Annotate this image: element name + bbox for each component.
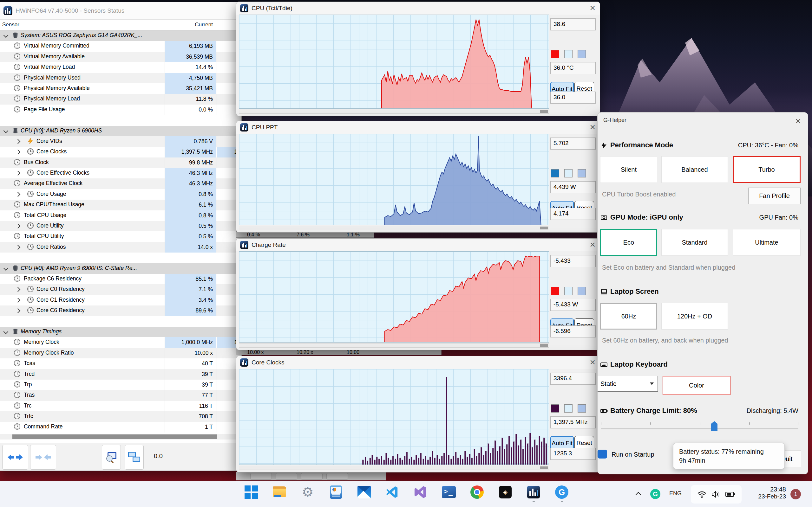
expand-chevron-icon[interactable]: [15, 139, 20, 144]
graph-hscrollbar-thumb[interactable]: [540, 110, 548, 113]
grammarly-tray-icon[interactable]: G: [650, 489, 660, 499]
run-on-startup-checkbox[interactable]: [598, 450, 607, 458]
grid-color-swatch[interactable]: [577, 287, 586, 295]
graph-titlebar[interactable]: CPU (Tctl/Tdie) ×: [236, 2, 600, 14]
series-color-swatch[interactable]: [551, 404, 559, 412]
expand-chevron-icon[interactable]: [15, 308, 20, 314]
column-header-sensor[interactable]: Sensor: [2, 21, 19, 28]
expand-columns-button[interactable]: [2, 445, 28, 469]
sensor-row[interactable]: Core Clocks 1,397.5 MHz 1,: [0, 147, 241, 157]
tray-overflow-chevron-icon[interactable]: [635, 492, 641, 498]
expand-chevron-icon[interactable]: [15, 150, 20, 155]
graph-titlebar[interactable]: Charge Rate ×: [236, 239, 600, 251]
graph-plot[interactable]: [239, 369, 549, 465]
perf-turbo-button[interactable]: Turbo: [733, 156, 801, 183]
perf-silent-button[interactable]: Silent: [600, 156, 657, 183]
battery-limit-slider[interactable]: [601, 428, 798, 429]
sensor-row[interactable]: Trp 39 T: [0, 380, 241, 390]
graph-plot[interactable]: [239, 14, 549, 109]
sensor-row[interactable]: Total CPU Usage 0.8 %: [0, 210, 241, 221]
expand-chevron-icon[interactable]: [15, 287, 20, 292]
graph-close-icon[interactable]: ×: [590, 239, 595, 250]
sensor-row[interactable]: Trcd 39 T: [0, 369, 241, 380]
monitor-search-button[interactable]: [102, 445, 121, 469]
sensor-row[interactable]: Core C6 Residency 89.6 %: [0, 305, 241, 316]
sensor-row[interactable]: Total CPU Utility 0.5 %: [0, 231, 241, 242]
sensor-row[interactable]: Physical Memory Load 11.8 %: [0, 94, 241, 104]
sensor-section-row[interactable]: System: ASUS ROG Zephyrus G14 GA402RK_..…: [0, 31, 241, 41]
sensor-section-row[interactable]: Memory Timings: [0, 327, 241, 337]
sensor-section-row[interactable]: CPU [#0]: AMD Ryzen 9 6900HS: [0, 126, 241, 136]
hwinfo-hscrollbar-thumb[interactable]: [12, 435, 217, 439]
sensor-row[interactable]: Core Effective Clocks 46.3 MHz: [0, 168, 241, 178]
remote-monitors-button[interactable]: [125, 445, 144, 469]
collapse-chevron-icon[interactable]: [3, 266, 9, 271]
ghelper-close-icon[interactable]: ×: [795, 116, 801, 126]
column-header-current[interactable]: Current: [165, 21, 213, 28]
graph-hscrollbar[interactable]: [239, 466, 549, 470]
taskbar-icon-vscode[interactable]: [386, 485, 399, 499]
sensor-row[interactable]: Core Ratios 14.0 x: [0, 242, 241, 252]
graph-hscrollbar-thumb[interactable]: [540, 227, 548, 229]
hwinfo-hscrollbar[interactable]: [0, 434, 241, 440]
taskbar-icon-hwinfo[interactable]: [526, 485, 541, 499]
series-color-swatch[interactable]: [551, 50, 559, 58]
collapse-chevron-icon[interactable]: [3, 33, 9, 38]
graph-close-icon[interactable]: ×: [590, 3, 595, 13]
graph-hscrollbar-thumb[interactable]: [540, 466, 548, 469]
taskbar-icon-file-explorer[interactable]: [272, 485, 287, 499]
sensor-row[interactable]: Core VIDs 0.786 V: [0, 136, 241, 147]
graph-close-icon[interactable]: ×: [590, 122, 595, 132]
screen-120hz-button[interactable]: 120Hz + OD: [661, 303, 728, 330]
quick-settings[interactable]: [691, 485, 742, 504]
gpu-eco-button[interactable]: Eco: [600, 229, 657, 256]
graph-hscrollbar-thumb[interactable]: [540, 344, 548, 347]
sensor-row[interactable]: Bus Clock 99.8 MHz: [0, 158, 241, 168]
series-color-swatch[interactable]: [551, 169, 559, 177]
sensor-row[interactable]: Core C0 Residency 7.1 %: [0, 284, 241, 295]
series-color-swatch[interactable]: [551, 287, 559, 295]
background-color-swatch[interactable]: [564, 404, 572, 412]
taskbar-icon-ghelper[interactable]: G: [555, 485, 569, 499]
clock[interactable]: 23:48 23-Feb-23: [749, 486, 786, 500]
taskbar-icon-visual-studio[interactable]: [414, 485, 427, 499]
gpu-ultimate-button[interactable]: Ultimate: [733, 229, 801, 256]
sensor-row[interactable]: Average Effective Clock 46.3 MHz: [0, 178, 241, 189]
taskbar-icon-chrome[interactable]: [470, 485, 484, 499]
keyboard-color-button[interactable]: Color: [663, 376, 730, 395]
sensor-row[interactable]: Virtual Memory Load 14.4 %: [0, 62, 241, 72]
sensor-row[interactable]: Package C6 Residency 85.1 %: [0, 274, 241, 284]
sensor-row[interactable]: Core Usage 0.8 %: [0, 189, 241, 200]
taskbar-icon-powershell[interactable]: >: [442, 485, 456, 499]
sensor-row[interactable]: Physical Memory Used 4,750 MB: [0, 73, 241, 83]
sensor-row[interactable]: Core C1 Residency 3.4 %: [0, 295, 241, 305]
expand-chevron-icon[interactable]: [15, 224, 20, 229]
grid-color-swatch[interactable]: [577, 404, 586, 412]
background-color-swatch[interactable]: [564, 169, 572, 177]
collapse-columns-button[interactable]: [30, 445, 56, 469]
expand-chevron-icon[interactable]: [15, 192, 20, 197]
sensor-row[interactable]: Command Rate 1 T: [0, 422, 241, 432]
sensor-row[interactable]: Memory Clock Ratio 10.00 x: [0, 348, 241, 358]
background-color-swatch[interactable]: [564, 50, 572, 58]
sensor-section-row[interactable]: CPU [#0]: AMD Ryzen 9 6900HS: C-State Re…: [0, 263, 241, 274]
perf-balanced-button[interactable]: Balanced: [661, 156, 728, 183]
graph-close-icon[interactable]: ×: [590, 357, 595, 368]
graph-hscrollbar[interactable]: [239, 343, 549, 348]
sensor-row[interactable]: Virtual Memory Committed 6,193 MB: [0, 41, 241, 51]
sensor-row[interactable]: Physical Memory Available 35,421 MB: [0, 83, 241, 94]
sensor-row[interactable]: Trfc 708 T: [0, 411, 241, 422]
sensor-row[interactable]: Memory Clock 1,000.0 MHz 1,: [0, 337, 241, 348]
taskbar-icon-monitor-settings[interactable]: [329, 485, 343, 499]
graph-hscrollbar[interactable]: [239, 226, 549, 230]
graph-plot[interactable]: [239, 251, 549, 343]
keyboard-mode-dropdown[interactable]: Static: [597, 376, 658, 392]
grid-color-swatch[interactable]: [577, 50, 586, 58]
expand-chevron-icon[interactable]: [15, 245, 20, 250]
notification-badge[interactable]: 1: [791, 489, 801, 499]
graph-titlebar[interactable]: Core Clocks ×: [236, 356, 600, 369]
sensor-row[interactable]: Max CPU/Thread Usage 6.1 %: [0, 200, 241, 210]
collapse-chevron-icon[interactable]: [3, 128, 9, 133]
taskbar-icon-settings[interactable]: ⚙: [301, 485, 315, 499]
sensor-row[interactable]: Core Utility 0.5 %: [0, 221, 241, 231]
